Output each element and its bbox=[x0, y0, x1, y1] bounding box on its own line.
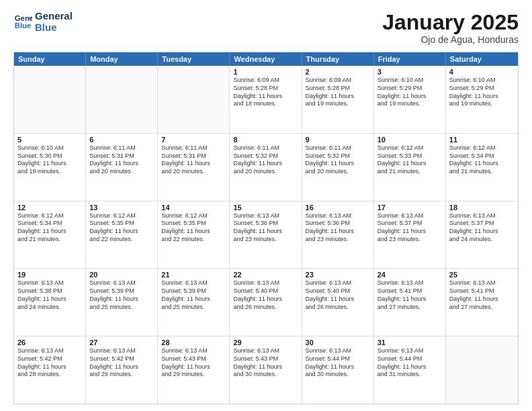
day-number: 28 bbox=[161, 338, 226, 347]
day-cell: 31Sunrise: 6:13 AM Sunset: 5:44 PM Dayli… bbox=[374, 336, 446, 404]
day-number: 20 bbox=[89, 271, 154, 279]
day-info: Sunrise: 6:13 AM Sunset: 5:38 PM Dayligh… bbox=[17, 279, 82, 311]
day-header-saturday: Saturday bbox=[446, 52, 518, 66]
day-number: 23 bbox=[306, 271, 370, 279]
day-cell: 24Sunrise: 6:13 AM Sunset: 5:41 PM Dayli… bbox=[374, 269, 446, 336]
day-cell: 16Sunrise: 6:13 AM Sunset: 5:36 PM Dayli… bbox=[302, 201, 374, 269]
day-info: Sunrise: 6:09 AM Sunset: 5:28 PM Dayligh… bbox=[306, 77, 370, 108]
day-info: Sunrise: 6:11 AM Sunset: 5:31 PM Dayligh… bbox=[161, 144, 226, 176]
day-number: 27 bbox=[89, 338, 154, 347]
day-cell: 29Sunrise: 6:13 AM Sunset: 5:43 PM Dayli… bbox=[230, 336, 302, 404]
day-cell: 28Sunrise: 6:13 AM Sunset: 5:43 PM Dayli… bbox=[158, 336, 230, 404]
day-number: 26 bbox=[17, 338, 82, 347]
page: General Blue General Blue January 2025 O… bbox=[0, 0, 532, 411]
day-number: 21 bbox=[161, 271, 226, 279]
location: Ojo de Agua, Honduras bbox=[382, 34, 519, 45]
day-cell: 11Sunrise: 6:12 AM Sunset: 5:34 PM Dayli… bbox=[446, 134, 518, 201]
day-info: Sunrise: 6:13 AM Sunset: 5:41 PM Dayligh… bbox=[378, 279, 442, 311]
day-info: Sunrise: 6:12 AM Sunset: 5:33 PM Dayligh… bbox=[378, 144, 442, 176]
logo-general: General bbox=[35, 11, 73, 22]
day-number: 13 bbox=[89, 203, 154, 212]
day-cell: 17Sunrise: 6:13 AM Sunset: 5:37 PM Dayli… bbox=[374, 201, 446, 269]
day-cell: 15Sunrise: 6:13 AM Sunset: 5:36 PM Dayli… bbox=[230, 201, 302, 269]
day-info: Sunrise: 6:13 AM Sunset: 5:37 PM Dayligh… bbox=[449, 212, 515, 244]
week-row: 1Sunrise: 6:09 AM Sunset: 5:28 PM Daylig… bbox=[14, 66, 518, 134]
day-number: 2 bbox=[306, 68, 370, 76]
day-number: 3 bbox=[378, 68, 442, 76]
calendar: SundayMondayTuesdayWednesdayThursdayFrid… bbox=[13, 52, 519, 404]
day-info: Sunrise: 6:12 AM Sunset: 5:35 PM Dayligh… bbox=[161, 212, 226, 244]
day-cell: 30Sunrise: 6:13 AM Sunset: 5:44 PM Dayli… bbox=[302, 336, 374, 404]
day-cell: 4Sunrise: 6:10 AM Sunset: 5:29 PM Daylig… bbox=[446, 66, 518, 133]
day-info: Sunrise: 6:13 AM Sunset: 5:39 PM Dayligh… bbox=[161, 279, 226, 311]
day-cell: 6Sunrise: 6:11 AM Sunset: 5:31 PM Daylig… bbox=[86, 134, 158, 201]
day-header-sunday: Sunday bbox=[14, 52, 86, 66]
day-info: Sunrise: 6:13 AM Sunset: 5:44 PM Dayligh… bbox=[306, 347, 370, 379]
day-cell: 26Sunrise: 6:13 AM Sunset: 5:42 PM Dayli… bbox=[14, 336, 86, 404]
day-number: 25 bbox=[449, 271, 515, 279]
day-header-monday: Monday bbox=[86, 52, 158, 66]
header: General Blue General Blue January 2025 O… bbox=[13, 11, 519, 45]
day-number: 9 bbox=[306, 136, 370, 144]
week-row: 26Sunrise: 6:13 AM Sunset: 5:42 PM Dayli… bbox=[14, 336, 518, 404]
day-info: Sunrise: 6:13 AM Sunset: 5:42 PM Dayligh… bbox=[89, 347, 154, 379]
day-number: 14 bbox=[161, 203, 226, 212]
day-info: Sunrise: 6:13 AM Sunset: 5:40 PM Dayligh… bbox=[306, 279, 370, 311]
day-cell bbox=[158, 66, 230, 133]
day-info: Sunrise: 6:11 AM Sunset: 5:32 PM Dayligh… bbox=[233, 144, 298, 176]
day-number: 10 bbox=[378, 136, 442, 144]
day-info: Sunrise: 6:13 AM Sunset: 5:44 PM Dayligh… bbox=[378, 347, 442, 379]
day-cell bbox=[14, 66, 86, 133]
day-cell bbox=[446, 336, 518, 404]
day-info: Sunrise: 6:13 AM Sunset: 5:41 PM Dayligh… bbox=[449, 279, 515, 311]
day-info: Sunrise: 6:12 AM Sunset: 5:35 PM Dayligh… bbox=[89, 212, 154, 244]
day-info: Sunrise: 6:10 AM Sunset: 5:29 PM Dayligh… bbox=[449, 77, 515, 108]
day-number: 22 bbox=[233, 271, 298, 279]
day-cell: 9Sunrise: 6:11 AM Sunset: 5:32 PM Daylig… bbox=[302, 134, 374, 201]
day-cell bbox=[86, 66, 158, 133]
day-cell: 1Sunrise: 6:09 AM Sunset: 5:28 PM Daylig… bbox=[230, 66, 302, 133]
day-cell: 14Sunrise: 6:12 AM Sunset: 5:35 PM Dayli… bbox=[158, 201, 230, 269]
weeks: 1Sunrise: 6:09 AM Sunset: 5:28 PM Daylig… bbox=[14, 66, 518, 404]
day-headers: SundayMondayTuesdayWednesdayThursdayFrid… bbox=[14, 52, 518, 66]
day-number: 29 bbox=[233, 338, 298, 347]
day-info: Sunrise: 6:13 AM Sunset: 5:37 PM Dayligh… bbox=[378, 212, 442, 244]
day-number: 24 bbox=[378, 271, 442, 279]
day-cell: 2Sunrise: 6:09 AM Sunset: 5:28 PM Daylig… bbox=[302, 66, 374, 133]
day-info: Sunrise: 6:12 AM Sunset: 5:34 PM Dayligh… bbox=[449, 144, 515, 176]
day-number: 8 bbox=[233, 136, 298, 144]
day-info: Sunrise: 6:13 AM Sunset: 5:42 PM Dayligh… bbox=[17, 347, 82, 379]
day-header-thursday: Thursday bbox=[302, 52, 374, 66]
day-cell: 19Sunrise: 6:13 AM Sunset: 5:38 PM Dayli… bbox=[14, 269, 86, 336]
day-cell: 27Sunrise: 6:13 AM Sunset: 5:42 PM Dayli… bbox=[86, 336, 158, 404]
day-cell: 8Sunrise: 6:11 AM Sunset: 5:32 PM Daylig… bbox=[230, 134, 302, 201]
day-number: 12 bbox=[17, 203, 82, 212]
day-cell: 22Sunrise: 6:13 AM Sunset: 5:40 PM Dayli… bbox=[230, 269, 302, 336]
day-header-wednesday: Wednesday bbox=[230, 52, 302, 66]
day-number: 30 bbox=[306, 338, 370, 347]
day-number: 1 bbox=[233, 68, 298, 76]
day-info: Sunrise: 6:12 AM Sunset: 5:34 PM Dayligh… bbox=[17, 212, 82, 244]
day-info: Sunrise: 6:10 AM Sunset: 5:29 PM Dayligh… bbox=[378, 77, 442, 108]
day-number: 7 bbox=[161, 136, 226, 144]
title-block: January 2025 Ojo de Agua, Honduras bbox=[382, 11, 519, 45]
month-title: January 2025 bbox=[382, 11, 519, 34]
day-info: Sunrise: 6:13 AM Sunset: 5:40 PM Dayligh… bbox=[233, 279, 298, 311]
day-cell: 18Sunrise: 6:13 AM Sunset: 5:37 PM Dayli… bbox=[446, 201, 518, 269]
day-header-tuesday: Tuesday bbox=[158, 52, 230, 66]
day-cell: 20Sunrise: 6:13 AM Sunset: 5:39 PM Dayli… bbox=[86, 269, 158, 336]
day-info: Sunrise: 6:13 AM Sunset: 5:36 PM Dayligh… bbox=[306, 212, 370, 244]
day-number: 15 bbox=[233, 203, 298, 212]
day-number: 5 bbox=[17, 136, 82, 144]
week-row: 19Sunrise: 6:13 AM Sunset: 5:38 PM Dayli… bbox=[14, 269, 518, 336]
day-number: 18 bbox=[449, 203, 515, 212]
day-cell: 5Sunrise: 6:10 AM Sunset: 5:30 PM Daylig… bbox=[14, 134, 86, 201]
day-cell: 23Sunrise: 6:13 AM Sunset: 5:40 PM Dayli… bbox=[302, 269, 374, 336]
day-cell: 21Sunrise: 6:13 AM Sunset: 5:39 PM Dayli… bbox=[158, 269, 230, 336]
day-info: Sunrise: 6:10 AM Sunset: 5:30 PM Dayligh… bbox=[17, 144, 82, 176]
logo: General Blue General Blue bbox=[13, 11, 73, 33]
week-row: 12Sunrise: 6:12 AM Sunset: 5:34 PM Dayli… bbox=[14, 201, 518, 269]
day-cell: 7Sunrise: 6:11 AM Sunset: 5:31 PM Daylig… bbox=[158, 134, 230, 201]
svg-text:Blue: Blue bbox=[15, 21, 32, 29]
day-cell: 12Sunrise: 6:12 AM Sunset: 5:34 PM Dayli… bbox=[14, 201, 86, 269]
